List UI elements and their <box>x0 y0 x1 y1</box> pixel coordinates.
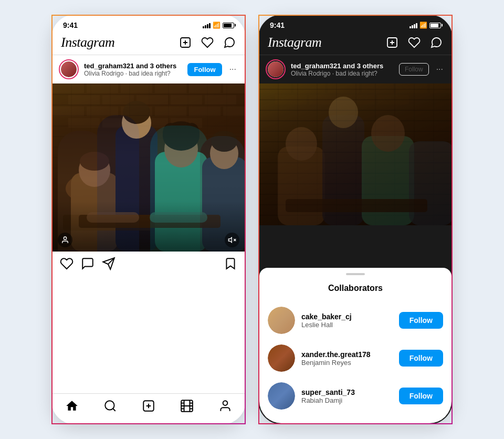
time-right: 9:41 <box>270 21 285 29</box>
mute-icon[interactable] <box>225 233 239 247</box>
photo-illustration <box>52 83 245 252</box>
nav-home-icon[interactable] <box>65 399 79 416</box>
svg-rect-88 <box>259 83 452 225</box>
left-phone: 9:41 📶 Instagram <box>51 15 246 424</box>
collab-name-1: Leslie Hall <box>301 321 393 329</box>
sheet-handle <box>346 273 365 275</box>
story-username-left: ted_graham321 and 3 others <box>84 62 182 70</box>
avatar-ring-right[interactable] <box>266 59 286 79</box>
collaborator-row-3: super_santi_73 Rabiah Damji Follow <box>259 377 452 415</box>
bottom-nav-left <box>52 393 245 423</box>
collab-avatar-1[interactable] <box>268 307 295 334</box>
signal-icon <box>203 22 211 28</box>
sheet-title: Collaborators <box>259 284 452 293</box>
save-icon[interactable] <box>224 257 237 274</box>
collab-username-3: super_santi_73 <box>301 388 393 396</box>
heart-icon[interactable] <box>201 36 214 49</box>
action-bar-left <box>52 252 245 279</box>
avatar-ring-left[interactable] <box>59 59 79 79</box>
battery-icon <box>223 23 234 28</box>
story-info-left: ted_graham321 and 3 others Olivia Rodrig… <box>84 62 182 77</box>
heart-icon-right[interactable] <box>407 36 421 49</box>
instagram-logo-left: Instagram <box>61 35 114 50</box>
follow-button-right[interactable]: Follow <box>399 63 429 76</box>
collab-info-2: xander.the.great178 Benjamin Reyes <box>301 350 393 367</box>
instagram-logo-right: Instagram <box>268 35 321 50</box>
collab-username-2: xander.the.great178 <box>301 350 393 359</box>
share-icon[interactable] <box>102 257 116 274</box>
collab-avatar-3[interactable] <box>268 382 295 410</box>
more-button-right[interactable]: ··· <box>434 65 445 74</box>
post-image-left <box>52 83 245 252</box>
follow-button-left[interactable]: Follow <box>187 63 222 76</box>
story-subtitle-left: Olivia Rodrigo · bad idea right? <box>84 70 182 77</box>
story-info-right: ted_graham321 and 3 others Olivia Rodrig… <box>291 62 394 77</box>
photo-illustration-right <box>259 83 452 225</box>
follow-button-collab-1[interactable]: Follow <box>399 312 443 329</box>
collaborator-row-1: cake_baker_cj Leslie Hall Follow <box>259 301 452 339</box>
signal-icon-right <box>410 22 417 28</box>
user-tag-icon <box>58 233 72 247</box>
wifi-icon-right: 📶 <box>419 22 427 29</box>
svg-point-51 <box>105 401 114 410</box>
follow-button-collab-3[interactable]: Follow <box>399 388 443 404</box>
collaborators-sheet: Collaborators cake_baker_cj Leslie Hall … <box>259 268 452 423</box>
nav-bar-left: Instagram <box>52 32 245 55</box>
story-subtitle-right: Olivia Rodrigo · bad idea right? <box>291 70 394 77</box>
collab-info-3: super_santi_73 Rabiah Damji <box>301 388 393 404</box>
svg-point-45 <box>64 237 66 239</box>
new-post-icon[interactable] <box>178 36 192 49</box>
new-post-icon-right[interactable] <box>385 36 399 49</box>
follow-button-collab-2[interactable]: Follow <box>399 350 443 367</box>
wifi-icon: 📶 <box>213 22 220 29</box>
svg-line-52 <box>113 409 116 411</box>
status-bar-left: 9:41 📶 <box>52 16 245 32</box>
messenger-icon-right[interactable] <box>429 36 443 49</box>
nav-icons-right <box>385 36 443 49</box>
collab-name-2: Benjamin Reyes <box>301 359 393 367</box>
collab-username-1: cake_baker_cj <box>301 312 393 321</box>
nav-bar-right: Instagram <box>259 32 452 55</box>
status-icons-right: 📶 <box>410 22 441 29</box>
nav-search-icon[interactable] <box>103 399 117 416</box>
status-icons-left: 📶 <box>203 22 234 29</box>
time-left: 9:41 <box>63 21 78 29</box>
story-user-row-left: ted_graham321 and 3 others Olivia Rodrig… <box>52 55 245 83</box>
collab-avatar-2[interactable] <box>268 344 295 372</box>
more-button-left[interactable]: ··· <box>227 65 238 74</box>
nav-icons-left <box>178 36 236 49</box>
nav-new-post-icon[interactable] <box>142 399 155 416</box>
svg-marker-46 <box>228 237 232 242</box>
collab-name-3: Rabiah Damji <box>301 396 393 404</box>
like-icon[interactable] <box>60 257 74 274</box>
messenger-icon[interactable] <box>223 36 236 49</box>
svg-point-64 <box>223 401 228 405</box>
post-image-right <box>259 83 452 225</box>
collaborator-row-2: xander.the.great178 Benjamin Reyes Follo… <box>259 339 452 377</box>
svg-rect-44 <box>52 83 245 252</box>
battery-icon-right <box>429 23 441 28</box>
collab-info-1: cake_baker_cj Leslie Hall <box>301 312 393 329</box>
comment-icon[interactable] <box>81 257 94 274</box>
story-username-right: ted_graham321 and 3 others <box>291 62 394 70</box>
nav-reels-icon[interactable] <box>180 399 194 416</box>
story-user-row-right: ted_graham321 and 3 others Olivia Rodrig… <box>259 55 452 83</box>
nav-profile-icon[interactable] <box>218 399 232 416</box>
status-bar-right: 9:41 📶 <box>259 16 452 32</box>
right-phone: 9:41 📶 Instagram <box>258 15 453 424</box>
